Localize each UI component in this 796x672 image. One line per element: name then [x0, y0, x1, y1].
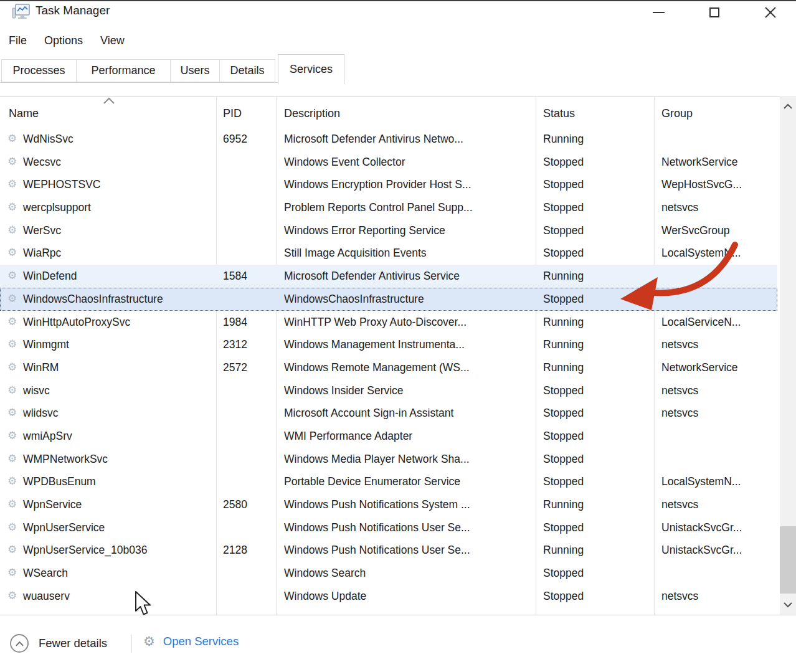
table-row[interactable]: ⚙ Wecsvc Windows Event Collector Stopped…	[0, 151, 777, 174]
service-gear-icon: ⚙	[7, 562, 23, 585]
service-gear-icon: ⚙	[7, 196, 23, 219]
service-pid-cell: 2128	[216, 539, 276, 562]
service-group-cell: LocalSystemN...	[654, 470, 777, 493]
service-group-cell	[654, 448, 777, 471]
table-row[interactable]: ⚙ WPDBusEnum Portable Device Enumerator …	[0, 470, 777, 493]
service-name: WdNisSvc	[23, 128, 73, 151]
menu-file[interactable]: File	[9, 34, 27, 47]
tab-baseline	[0, 82, 278, 83]
table-row[interactable]: ⚙ WdNisSvc 6952 Microsoft Defender Antiv…	[0, 128, 777, 151]
service-pid-cell	[216, 379, 276, 402]
tab-processes[interactable]: Processes	[1, 59, 77, 82]
service-status-cell: Stopped	[536, 585, 654, 608]
table-row[interactable]: ⚙ WiaRpc Still Image Acquisition Events …	[0, 242, 777, 265]
service-pid-cell	[216, 196, 276, 219]
maximize-button[interactable]	[698, 1, 731, 24]
service-status-cell: Stopped	[536, 219, 654, 242]
service-group-cell: WerSvcGroup	[654, 219, 777, 242]
chevron-up-icon	[783, 103, 793, 109]
close-button[interactable]	[754, 1, 787, 24]
service-name: Winmgmt	[23, 333, 69, 356]
fewer-details-label: Fewer details	[39, 637, 107, 650]
service-description-cell: Windows Event Collector	[276, 151, 536, 174]
column-header-group[interactable]: Group	[661, 100, 774, 128]
service-description-cell: Windows Media Player Network Sha...	[276, 448, 536, 471]
service-name-cell: ⚙ WinDefend	[0, 265, 216, 288]
service-description-cell: Portable Device Enumerator Service	[276, 470, 536, 493]
table-row[interactable]: ⚙ WinDefend 1584 Microsoft Defender Anti…	[0, 265, 777, 288]
table-row[interactable]: ⚙ wuauserv Windows Update Stopped netsvc…	[0, 585, 777, 608]
service-group-cell: UnistackSvcGr...	[654, 539, 777, 562]
service-name-cell: ⚙ WinHttpAutoProxySvc	[0, 311, 216, 334]
column-header-pid[interactable]: PID	[223, 100, 273, 128]
table-row[interactable]: ⚙ WindowsChaosInfrastructure WindowsChao…	[0, 288, 777, 311]
service-gear-icon: ⚙	[7, 219, 23, 242]
table-row[interactable]: ⚙ WpnUserService Windows Push Notificati…	[0, 516, 777, 539]
table-row[interactable]: ⚙ WpnService 2580 Windows Push Notificat…	[0, 493, 777, 516]
service-pid-cell	[216, 173, 276, 196]
service-name-cell: ⚙ WpnUserService	[0, 516, 216, 539]
service-status-cell: Running	[536, 539, 654, 562]
service-name: wlidsvc	[23, 402, 58, 425]
menu-options[interactable]: Options	[44, 34, 83, 47]
table-row[interactable]: ⚙ wmiApSrv WMI Performance Adapter Stopp…	[0, 425, 777, 448]
tab-performance[interactable]: Performance	[76, 59, 171, 82]
tab-services[interactable]: Services	[278, 54, 344, 84]
table-row[interactable]: ⚙ Winmgmt 2312 Windows Management Instru…	[0, 333, 777, 356]
service-group-cell: LocalSystemN...	[654, 242, 777, 265]
service-description-cell: Windows Push Notifications User Se...	[276, 516, 536, 539]
service-name: wmiApSrv	[23, 425, 72, 448]
service-gear-icon: ⚙	[7, 173, 23, 196]
fewer-details-button[interactable]: Fewer details	[10, 634, 107, 653]
scroll-down-button[interactable]	[780, 595, 796, 615]
service-group-cell: netsvcs	[654, 196, 777, 219]
open-services-link[interactable]: ⚙ Open Services	[143, 634, 239, 649]
table-row[interactable]: ⚙ wercplsupport Problem Reports Control …	[0, 196, 777, 219]
table-row[interactable]: ⚙ WpnUserService_10b036 2128 Windows Pus…	[0, 539, 777, 562]
service-status-cell: Stopped	[536, 470, 654, 493]
table-row[interactable]: ⚙ WMPNetworkSvc Windows Media Player Net…	[0, 448, 777, 471]
column-header-status[interactable]: Status	[543, 100, 649, 128]
service-description-cell: Windows Search	[276, 562, 536, 585]
tab-details[interactable]: Details	[219, 59, 275, 82]
service-description-cell: Microsoft Account Sign-in Assistant	[276, 402, 536, 425]
services-gear-icon: ⚙	[143, 634, 155, 649]
service-group-cell: NetworkService	[654, 151, 777, 174]
scroll-up-button[interactable]	[780, 96, 796, 116]
table-row[interactable]: ⚙ wlidsvc Microsoft Account Sign-in Assi…	[0, 402, 777, 425]
table-row[interactable]: ⚙ WerSvc Windows Error Reporting Service…	[0, 219, 777, 242]
service-description-cell: Still Image Acquisition Events	[276, 242, 536, 265]
minimize-button[interactable]	[642, 1, 675, 24]
service-name-cell: ⚙ WMPNetworkSvc	[0, 448, 216, 471]
service-group-cell: netsvcs	[654, 585, 777, 608]
column-header-name[interactable]: Name	[9, 100, 208, 128]
service-pid-cell	[216, 448, 276, 471]
table-row[interactable]: ⚙ wisvc Windows Insider Service Stopped …	[0, 379, 777, 402]
service-status-cell: Running	[536, 311, 654, 334]
service-name-cell: ⚙ WPDBusEnum	[0, 470, 216, 493]
table-row[interactable]: ⚙ WSearch Windows Search Stopped	[0, 562, 777, 585]
menu-view[interactable]: View	[100, 34, 125, 47]
table-top-border	[0, 96, 796, 97]
service-name-cell: ⚙ WEPHOSTSVC	[0, 173, 216, 196]
footer-bar: Fewer details ⚙ Open Services	[0, 615, 796, 672]
service-gear-icon: ⚙	[7, 379, 23, 402]
service-description-cell: WinHTTP Web Proxy Auto-Discover...	[276, 311, 536, 334]
service-name-cell: ⚙ WdNisSvc	[0, 128, 216, 151]
vertical-scrollbar[interactable]	[780, 96, 796, 615]
scrollbar-thumb[interactable]	[780, 526, 796, 594]
table-row[interactable]: ⚙ WEPHOSTSVC Windows Encryption Provider…	[0, 173, 777, 196]
service-pid-cell	[216, 242, 276, 265]
service-status-cell: Stopped	[536, 196, 654, 219]
service-description-cell: WindowsChaosInfrastructure	[276, 288, 536, 311]
table-row[interactable]: ⚙ WinHttpAutoProxySvc 1984 WinHTTP Web P…	[0, 311, 777, 334]
table-row[interactable]: ⚙ WinRM 2572 Windows Remote Management (…	[0, 356, 777, 379]
service-description-cell: Windows Encryption Provider Host S...	[276, 173, 536, 196]
column-header-description[interactable]: Description	[284, 100, 527, 128]
tab-users[interactable]: Users	[170, 59, 220, 82]
service-gear-icon: ⚙	[7, 333, 23, 356]
service-group-cell: netsvcs	[654, 402, 777, 425]
services-table-body: ⚙ WdNisSvc 6952 Microsoft Defender Antiv…	[0, 128, 777, 607]
service-pid-cell: 2580	[216, 493, 276, 516]
service-name: WinRM	[23, 356, 59, 379]
